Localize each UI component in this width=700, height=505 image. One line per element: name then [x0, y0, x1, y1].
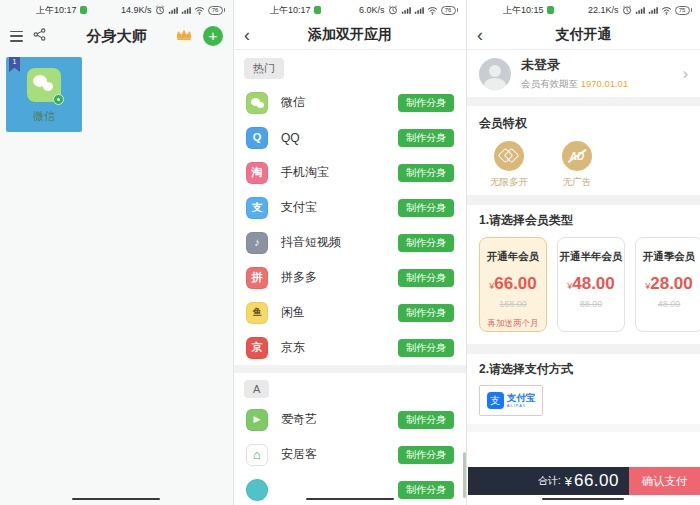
app-row-partial[interactable]: 制作分身	[234, 472, 466, 505]
status-time: 上午10:17	[270, 4, 311, 17]
add-header: ‹ 添加双开应用	[234, 20, 466, 50]
pay-header: ‹ 支付开通	[467, 20, 700, 50]
old-price: 88.00	[580, 299, 603, 309]
privileges-section: 会员特权 无限多开 AD 无广告	[467, 106, 700, 195]
app-name: 爱奇艺	[281, 411, 317, 428]
total-amount: 66.00	[574, 471, 619, 491]
make-clone-button[interactable]: 制作分身	[398, 411, 454, 429]
page-title: 添加双开应用	[234, 26, 466, 44]
clone-count-badge: 1	[9, 57, 20, 72]
signal-sim1-icon	[401, 6, 411, 15]
battery-percent: 75	[675, 6, 690, 15]
statusbar: 上午10:17 6.0K/s 76	[234, 0, 466, 20]
share-icon[interactable]	[33, 27, 46, 45]
app-row-iqiyi[interactable]: ▶ 爱奇艺 制作分身	[234, 402, 466, 437]
app-row-pinduoduo[interactable]: 拼 拼多多 制作分身	[234, 260, 466, 295]
status-time: 上午10:15	[503, 4, 544, 17]
section-divider	[467, 424, 700, 432]
app-name: 闲鱼	[281, 304, 305, 321]
tile-label: 微信	[6, 109, 82, 124]
plan-card-year[interactable]: 开通年会员 ¥66.00 168.00 再加送两个月	[479, 237, 547, 332]
battery-percent: 76	[441, 6, 456, 15]
app-row-jd[interactable]: 京 京东 制作分身	[234, 330, 466, 365]
signal-sim1-icon	[635, 6, 645, 15]
make-clone-button[interactable]: 制作分身	[398, 94, 454, 112]
notification-app-icon	[547, 6, 554, 14]
xianyu-icon: 鱼	[246, 302, 268, 324]
app-row-wechat[interactable]: 微信 制作分身	[234, 85, 466, 120]
user-card[interactable]: 未登录 会员有效期至 1970.01.01 ›	[467, 50, 700, 97]
app-name: 抖音短视频	[281, 234, 341, 251]
app-name: 手机淘宝	[281, 164, 329, 181]
alarm-icon	[155, 5, 165, 15]
notification-app-icon	[314, 6, 321, 14]
home-indicator[interactable]	[306, 498, 394, 501]
wifi-icon	[194, 6, 205, 15]
battery-icon: 75	[675, 6, 693, 15]
no-ads-icon: AD	[562, 141, 592, 171]
section-chip-a: A	[244, 380, 269, 398]
alipay-option[interactable]: 支 支付宝 ALIPAY	[479, 385, 543, 416]
panel-home: 上午10:17 14.9K/s 76 分身大师 + 1	[0, 0, 233, 505]
home-indicator[interactable]	[542, 498, 624, 501]
alarm-icon	[388, 5, 398, 15]
wechat-icon	[246, 92, 268, 114]
old-price: 168.00	[499, 299, 527, 309]
section-divider	[467, 195, 700, 205]
app-row-alipay[interactable]: 支 支付宝 制作分身	[234, 190, 466, 225]
app-row-xianyu[interactable]: 鱼 闲鱼 制作分身	[234, 295, 466, 330]
membership-expiry: 会员有效期至 1970.01.01	[521, 78, 628, 91]
make-clone-button[interactable]: 制作分身	[398, 481, 454, 499]
app-row-anjuke[interactable]: ⌂ 安居客 制作分身	[234, 437, 466, 472]
chevron-right-icon: ›	[683, 65, 688, 83]
make-clone-button[interactable]: 制作分身	[398, 234, 454, 252]
make-clone-button[interactable]: 制作分身	[398, 304, 454, 322]
make-clone-button[interactable]: 制作分身	[398, 129, 454, 147]
a-app-list: ▶ 爱奇艺 制作分身 ⌂ 安居客 制作分身 制作分身	[234, 402, 466, 505]
app-icon	[246, 479, 268, 501]
hot-app-list: 微信 制作分身 Q QQ 制作分身 淘 手机淘宝 制作分身 支 支付宝 制作分身…	[234, 85, 466, 365]
app-name: 安居客	[281, 446, 317, 463]
alipay-icon: 支	[246, 197, 268, 219]
panel-add-apps: 上午10:17 6.0K/s 76 ‹ 添加双开应用 热门 微信 制作分身	[233, 0, 466, 505]
make-clone-button[interactable]: 制作分身	[398, 339, 454, 357]
plans-title: 1.请选择会员类型	[479, 212, 700, 229]
home-header: 分身大师 +	[0, 20, 233, 52]
wifi-icon	[427, 6, 438, 15]
crown-icon[interactable]	[175, 27, 193, 45]
list-view-icon[interactable]	[10, 31, 23, 42]
plans-section: 1.请选择会员类型 开通年会员 ¥66.00 168.00 再加送两个月 开通半…	[467, 205, 700, 344]
privileges-title: 会员特权	[479, 115, 688, 132]
old-price: 48.00	[658, 299, 681, 309]
make-clone-button[interactable]: 制作分身	[398, 446, 454, 464]
app-row-taobao[interactable]: 淘 手机淘宝 制作分身	[234, 155, 466, 190]
battery-icon: 76	[441, 6, 459, 15]
plan-card-half-year[interactable]: 开通半年会员 ¥48.00 88.00	[557, 237, 625, 332]
add-clone-button[interactable]: +	[203, 26, 223, 46]
signal-sim2-icon	[414, 6, 424, 15]
make-clone-button[interactable]: 制作分身	[398, 269, 454, 287]
app-name: 支付宝	[281, 199, 317, 216]
bonus-note: 再加送两个月	[488, 318, 539, 330]
status-time: 上午10:17	[36, 4, 77, 17]
payment-title: 2.请选择支付方式	[479, 361, 688, 378]
network-speed: 6.0K/s	[359, 5, 385, 15]
make-clone-button[interactable]: 制作分身	[398, 164, 454, 182]
app-name: 微信	[281, 94, 305, 111]
app-name: QQ	[281, 131, 300, 145]
app-row-qq[interactable]: Q QQ 制作分身	[234, 120, 466, 155]
payment-method-section: 2.请选择支付方式 支 支付宝 ALIPAY	[467, 354, 700, 424]
pinduoduo-icon: 拼	[246, 267, 268, 289]
plan-card-quarter[interactable]: 开通季会员 ¥28.00 48.00	[635, 237, 700, 332]
checkout-bar: 合计: ¥ 66.00 确认支付	[468, 467, 700, 495]
home-indicator[interactable]	[72, 498, 160, 501]
battery-percent: 76	[208, 6, 223, 15]
app-name: 拼多多	[281, 269, 317, 286]
app-row-douyin[interactable]: ♪ 抖音短视频 制作分身	[234, 225, 466, 260]
login-status: 未登录	[521, 56, 628, 74]
confirm-pay-button[interactable]: 确认支付	[629, 467, 700, 495]
clone-tile-wechat[interactable]: 1 微信	[6, 57, 82, 132]
make-clone-button[interactable]: 制作分身	[398, 199, 454, 217]
statusbar: 上午10:17 14.9K/s 76	[0, 0, 233, 20]
douyin-icon: ♪	[246, 232, 268, 254]
